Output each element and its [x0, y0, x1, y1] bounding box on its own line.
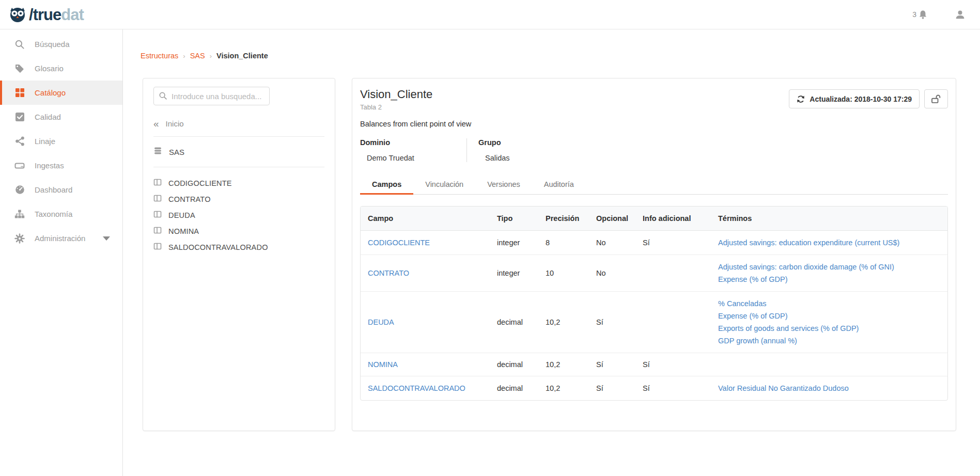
structure-tree-panel: « Inicio SAS CODIGOCLIENTE CONTRATO — [143, 78, 335, 431]
table-row: CODIGOCLIENTE integer 8 No Sí Adjusted s… — [361, 231, 947, 255]
cell-precision: 10,2 — [546, 353, 596, 376]
term-link[interactable]: Valor Residual No Garantizado Dudoso — [718, 384, 944, 393]
cell-tipo: decimal — [497, 376, 546, 401]
term-link[interactable]: Adjusted savings: education expenditure … — [718, 238, 944, 247]
refresh-updated-button[interactable]: Actualizada: 2018-10-30 17:29 — [789, 89, 920, 108]
col-header-info-adicional: Info adicional — [643, 207, 718, 231]
search-icon — [14, 39, 25, 50]
cell-tipo: decimal — [497, 292, 546, 353]
term-link[interactable]: Adjusted savings: carbon dioxide damage … — [718, 262, 944, 272]
cell-info-adicional — [643, 292, 718, 353]
search-icon — [159, 91, 167, 102]
sidebar-item-catalogo[interactable]: Catálogo — [0, 81, 122, 105]
updated-label: Actualizada: 2018-10-30 17:29 — [810, 95, 912, 103]
field-link[interactable]: NOMINA — [368, 360, 398, 369]
cell-opcional: Sí — [596, 353, 643, 376]
divider — [153, 167, 324, 167]
column-icon — [153, 242, 162, 252]
owl-icon — [7, 4, 28, 25]
term-link[interactable]: % Canceladas — [718, 299, 944, 308]
cell-precision: 10 — [546, 255, 596, 292]
cell-info-adicional: Sí — [643, 376, 718, 401]
term-link[interactable]: Exports of goods and services (% of GDP) — [718, 324, 944, 333]
tab-auditoria[interactable]: Auditoría — [532, 176, 586, 195]
sidebar-item-taxonomia[interactable]: Taxonomía — [0, 202, 122, 226]
breadcrumb-sas[interactable]: SAS — [190, 52, 205, 60]
table-row: SALDOCONTRAVALORADO decimal 10,2 Sí Sí V… — [361, 376, 947, 401]
tree-back-label: Inicio — [166, 119, 184, 128]
fields-table: Campo Tipo Precisión Opcional Info adici… — [360, 206, 948, 401]
bell-icon — [918, 10, 928, 20]
sidebar-item-label: Taxonomía — [35, 210, 72, 218]
sidebar-item-dashboard[interactable]: Dashboard — [0, 178, 122, 202]
gauge-icon — [14, 185, 25, 195]
structure-detail-panel: Vision_Cliente Tabla 2 Actualizada: 2018… — [352, 78, 956, 431]
tab-campos[interactable]: Campos — [360, 176, 413, 195]
col-header-terminos: Términos — [718, 207, 947, 231]
term-link[interactable]: Expense (% of GDP) — [718, 275, 944, 284]
lock-open-icon — [930, 94, 942, 104]
unlock-button[interactable] — [924, 89, 948, 108]
tree-field-label: SALDOCONTRAVALORADO — [168, 243, 268, 251]
tree-search-input[interactable] — [153, 87, 270, 105]
notifications-button[interactable]: 3 — [912, 10, 928, 20]
top-bar: /truedat 3 — [0, 0, 980, 29]
cell-precision: 8 — [546, 231, 596, 255]
col-header-campo: Campo — [361, 207, 497, 231]
col-header-tipo: Tipo — [497, 207, 546, 231]
sidebar-item-label: Dashboard — [35, 185, 72, 194]
table-row: DEUDA decimal 10,2 Sí % Canceladas Expen… — [361, 292, 947, 353]
detail-tabs: Campos Vinculación Versiones Auditoría — [360, 176, 948, 195]
sidebar-item-administracion[interactable]: Administración — [0, 226, 122, 250]
cell-opcional: Sí — [596, 376, 643, 401]
field-link[interactable]: SALDOCONTRAVALORADO — [368, 384, 465, 392]
breadcrumb-separator: › — [183, 52, 185, 60]
domain-value: Demo Truedat — [360, 154, 466, 162]
breadcrumb-separator: › — [210, 52, 212, 60]
tab-vinculacion[interactable]: Vinculación — [413, 176, 475, 195]
tree-back-button[interactable]: « Inicio — [153, 119, 324, 129]
term-link[interactable]: GDP growth (annual %) — [718, 336, 944, 345]
field-link[interactable]: CONTRATO — [368, 269, 409, 277]
tree-field-nomina[interactable]: NOMINA — [153, 223, 324, 239]
tree-field-saldocontravalorado[interactable]: SALDOCONTRAVALORADO — [153, 239, 324, 255]
chevron-down-icon — [103, 236, 110, 241]
share-icon — [14, 136, 25, 147]
table-row: CONTRATO integer 10 No Adjusted savings:… — [361, 255, 947, 292]
tree-field-codigocliente[interactable]: CODIGOCLIENTE — [153, 175, 324, 191]
tag-icon — [14, 64, 25, 74]
tab-versiones[interactable]: Versiones — [475, 176, 532, 195]
refresh-icon — [797, 95, 805, 103]
column-icon — [153, 194, 162, 204]
tree-field-deuda[interactable]: DEUDA — [153, 207, 324, 223]
sidebar-item-ingestas[interactable]: Ingestas — [0, 153, 122, 178]
logo-text: /truedat — [29, 7, 84, 23]
sidebar-item-busqueda[interactable]: Búsqueda — [0, 32, 122, 56]
page-title: Vision_Cliente — [360, 88, 432, 101]
cell-opcional: No — [596, 255, 643, 292]
domain-label: Dominio — [360, 138, 466, 147]
breadcrumb-estructuras[interactable]: Estructuras — [141, 52, 178, 60]
term-link[interactable]: Expense (% of GDP) — [718, 311, 944, 321]
sidebar-item-glosario[interactable]: Glosario — [0, 56, 122, 81]
field-link[interactable]: DEUDA — [368, 318, 394, 326]
tree-field-label: DEUDA — [168, 211, 195, 219]
sidebar-item-calidad[interactable]: Calidad — [0, 105, 122, 129]
check-square-icon — [14, 112, 25, 122]
tree-field-label: CODIGOCLIENTE — [168, 179, 232, 187]
sidebar-item-label: Administración — [35, 234, 85, 243]
group-label: Grupo — [478, 138, 510, 147]
table-header-row: Campo Tipo Precisión Opcional Info adici… — [361, 207, 947, 231]
sidebar-item-linaje[interactable]: Linaje — [0, 129, 122, 153]
tree-field-contrato[interactable]: CONTRATO — [153, 191, 324, 207]
truedat-logo[interactable]: /truedat — [0, 4, 84, 25]
user-menu-button[interactable] — [955, 9, 966, 20]
sidebar-item-label: Catálogo — [35, 88, 66, 97]
sidebar-item-label: Búsqueda — [35, 40, 70, 49]
drive-icon — [14, 161, 25, 171]
group-value: Salidas — [478, 154, 510, 162]
cell-tipo: integer — [497, 231, 546, 255]
tree-item-sas[interactable]: SAS — [153, 145, 324, 159]
tree-field-label: CONTRATO — [168, 195, 211, 203]
field-link[interactable]: CODIGOCLIENTE — [368, 239, 430, 247]
